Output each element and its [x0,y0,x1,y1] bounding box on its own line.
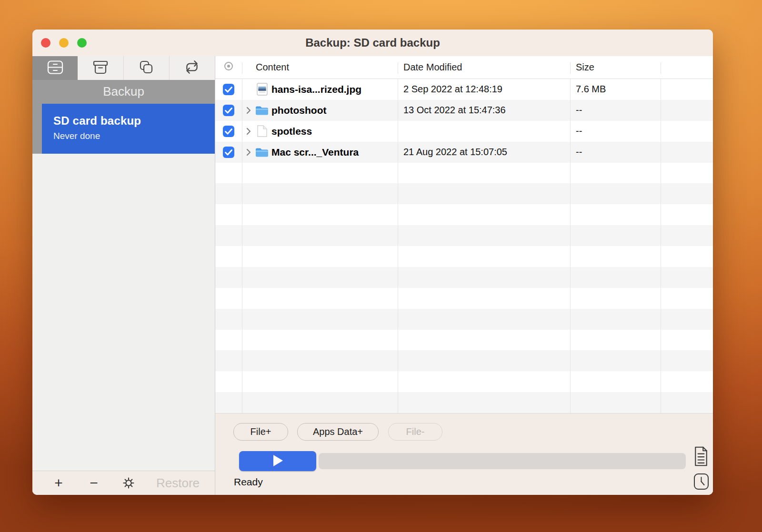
play-icon [271,454,284,469]
row-checkbox[interactable] [223,105,234,116]
select-column-header[interactable] [215,61,242,74]
row-name: photoshoot [271,105,326,116]
tab-clone[interactable] [124,56,170,80]
tab-archive[interactable] [78,56,123,80]
row-size: -- [570,126,661,137]
image-file-icon [255,83,269,96]
app-window: Backup: SD card backup [32,30,713,495]
row-date-modified: 13 Oct 2022 at 15:47:36 [398,105,570,116]
disclosure-chevron-icon[interactable] [246,148,255,156]
backup-item-status: Never done [53,131,215,141]
start-backup-button[interactable] [239,451,316,471]
row-checkbox[interactable] [223,126,234,137]
column-header-date-modified[interactable]: Date Modified [398,62,570,73]
log-document-icon [693,461,709,468]
column-header-size[interactable]: Size [570,62,661,73]
zoom-button[interactable] [77,38,87,48]
minimize-button[interactable] [59,38,69,48]
row-date-modified: 2 Sep 2022 at 12:48:19 [398,84,570,95]
sidebar-footer: + − [32,471,215,495]
file-add-button[interactable]: File+ [233,423,288,441]
restore-button[interactable]: Restore [156,476,200,491]
sidebar-section-header: Backup [32,80,215,104]
folder-icon [255,105,269,116]
add-backup-button[interactable]: + [51,476,66,490]
table-row[interactable]: photoshoot13 Oct 2022 at 15:47:36-- [215,100,713,121]
sidebar-item-sd-card-backup[interactable]: SD card backup Never done [32,104,215,154]
row-checkbox[interactable] [223,84,234,95]
row-checkbox[interactable] [223,147,234,158]
row-date-modified: 21 Aug 2022 at 15:07:05 [398,147,570,158]
bottom-panel: File+ Apps Data+ File- Ready [215,413,713,495]
disclosure-chevron-icon[interactable] [246,128,255,135]
disclosure-chevron-icon[interactable] [246,107,255,114]
sidebar-tabbar [32,56,215,80]
sync-icon [184,59,200,77]
folder-icon [255,147,269,158]
row-size: 7.6 MB [570,84,661,95]
document-icon [255,125,269,138]
apps-data-add-button[interactable]: Apps Data+ [297,423,379,441]
sidebar-empty-area [32,154,215,471]
column-header-content[interactable]: Content [242,62,398,73]
tab-backup[interactable] [32,56,78,80]
row-name: spotless [271,126,312,137]
tab-sync[interactable] [170,56,215,80]
log-button[interactable] [693,446,709,468]
row-size: -- [570,105,661,116]
window-titlebar[interactable]: Backup: SD card backup [32,30,713,56]
clock-icon [693,484,709,492]
status-text: Ready [234,476,263,488]
gear-icon [122,476,135,490]
remove-backup-button[interactable]: − [87,476,101,490]
window-title: Backup: SD card backup [32,30,713,56]
settings-button[interactable] [122,476,135,490]
table-row[interactable]: Mac scr..._Ventura21 Aug 2022 at 15:07:0… [215,142,713,163]
table-header: Content Date Modified Size [215,56,713,79]
archive-box-icon [92,59,109,77]
circle-dot-icon [223,61,234,74]
sidebar: Backup SD card backup Never done + − [32,56,215,495]
row-name: hans-isa...rized.jpg [271,84,361,95]
sidebar-group-strip [32,104,42,154]
table-row[interactable]: hans-isa...rized.jpg2 Sep 2022 at 12:48:… [215,79,713,100]
file-remove-button[interactable]: File- [388,423,442,441]
clone-icon [138,59,154,77]
row-name: Mac scr..._Ventura [271,147,359,158]
traffic-lights [41,38,87,48]
progress-bar [319,453,686,469]
backup-drawer-icon [47,59,64,77]
close-button[interactable] [41,38,50,48]
main-area: Content Date Modified Size hans-isa...ri… [215,56,713,495]
row-size: -- [570,147,661,158]
schedule-button[interactable] [693,473,709,492]
backup-item-title: SD card backup [53,114,215,128]
table-row[interactable]: spotless-- [215,121,713,142]
table-body: hans-isa...rized.jpg2 Sep 2022 at 12:48:… [215,79,713,413]
